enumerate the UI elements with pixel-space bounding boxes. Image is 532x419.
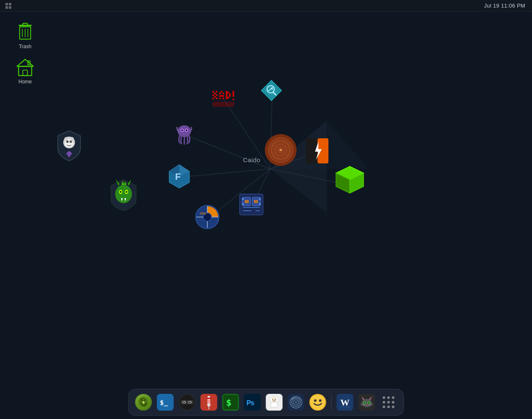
svg-rect-44 — [212, 94, 214, 96]
clock: Jul 19 11:06 PM — [484, 3, 525, 9]
svg-point-169 — [368, 402, 369, 404]
photoshop-icon: Ps — [244, 394, 261, 411]
svg-rect-3 — [9, 6, 11, 9]
svg-rect-53 — [222, 93, 224, 94]
svg-point-131 — [190, 401, 191, 402]
frida-icon[interactable]: F — [168, 165, 191, 188]
app-grid-icon — [380, 394, 397, 411]
svg-point-147 — [273, 399, 274, 400]
svg-point-183 — [392, 406, 395, 408]
svg-rect-46 — [214, 93, 216, 94]
svg-rect-1 — [9, 3, 11, 5]
dock-chef[interactable] — [264, 392, 284, 412]
svg-text:$_: $_ — [160, 398, 168, 406]
lion-shield-icon[interactable] — [54, 129, 84, 164]
svg-text:Ps: Ps — [247, 399, 255, 406]
terminal-icon: $_ — [157, 394, 174, 411]
svg-point-146 — [272, 397, 277, 402]
word-icon: W — [337, 394, 354, 411]
svg-point-168 — [364, 402, 365, 404]
dock-kiwix[interactable] — [134, 392, 154, 412]
dock-injector[interactable] — [199, 392, 219, 412]
dock-ninja[interactable] — [177, 392, 197, 412]
svg-rect-105 — [254, 200, 258, 203]
chef-icon — [266, 394, 283, 411]
svg-point-154 — [310, 395, 325, 410]
svg-rect-60 — [227, 97, 229, 98]
dock-separator — [331, 395, 332, 410]
svg-text:W: W — [341, 397, 350, 408]
svg-point-18 — [66, 140, 69, 143]
svg-point-73 — [181, 129, 183, 131]
svg-rect-45 — [212, 98, 214, 99]
svg-rect-104 — [245, 200, 249, 203]
svg-point-176 — [387, 396, 390, 399]
svg-rect-56 — [222, 98, 224, 99]
topbar-left — [5, 3, 12, 9]
touch-id-icon — [288, 394, 305, 411]
svg-point-74 — [186, 129, 187, 131]
grid-icon — [5, 3, 12, 9]
svg-text:$: $ — [226, 397, 232, 408]
svg-point-118 — [143, 403, 145, 405]
dock-cat[interactable] — [357, 392, 377, 412]
svg-point-182 — [387, 406, 390, 408]
octopus-icon[interactable] — [172, 121, 197, 146]
finance-terminal-icon: $ — [222, 394, 239, 411]
dock-smile[interactable] — [308, 392, 328, 412]
caido-main-icon[interactable] — [264, 133, 297, 167]
svg-point-181 — [383, 406, 385, 408]
svg-point-175 — [383, 396, 385, 399]
wheel-icon[interactable]: CPU — [195, 204, 220, 230]
svg-text:CPU: CPU — [200, 212, 206, 215]
svg-point-41 — [279, 149, 282, 151]
svg-point-117 — [145, 401, 147, 402]
dock-terminal[interactable]: $_ — [155, 392, 176, 412]
circuit-board-icon[interactable] — [239, 192, 264, 217]
svg-point-115 — [140, 401, 142, 402]
teal-diamond-icon[interactable] — [260, 79, 283, 102]
svg-rect-57 — [226, 91, 227, 99]
dock-photoshop[interactable]: Ps — [243, 392, 263, 412]
dock-finance-terminal[interactable]: $ — [221, 392, 241, 412]
svg-rect-47 — [214, 96, 216, 98]
svg-rect-54 — [219, 95, 224, 97]
svg-rect-55 — [219, 98, 221, 99]
green-dragon-icon[interactable] — [107, 177, 140, 215]
svg-point-148 — [275, 399, 276, 400]
svg-rect-145 — [271, 402, 278, 407]
svg-rect-52 — [221, 91, 222, 93]
svg-point-19 — [70, 140, 72, 143]
red-pixel-icon[interactable] — [212, 87, 235, 111]
svg-point-101 — [242, 203, 244, 205]
topbar: Jul 19 11:06 PM — [0, 0, 532, 12]
desktop-area: Caido — [0, 12, 532, 394]
svg-rect-136 — [207, 398, 211, 399]
svg-text:F: F — [175, 171, 181, 182]
svg-rect-49 — [216, 94, 217, 96]
green-cube-icon[interactable] — [331, 163, 369, 200]
svg-point-21 — [115, 185, 132, 203]
svg-point-155 — [314, 399, 317, 402]
svg-point-121 — [142, 401, 145, 403]
svg-point-153 — [295, 401, 297, 403]
svg-rect-43 — [212, 91, 214, 93]
svg-rect-137 — [208, 399, 210, 403]
svg-point-103 — [259, 203, 261, 205]
dock-app-grid[interactable] — [379, 392, 399, 412]
svg-line-31 — [179, 169, 270, 177]
svg-rect-61 — [232, 91, 234, 97]
svg-rect-63 — [212, 102, 234, 107]
dock: $_ — [128, 389, 404, 416]
dock-word[interactable]: W — [335, 392, 355, 412]
svg-rect-59 — [229, 93, 231, 97]
svg-point-156 — [319, 399, 322, 402]
injector-icon — [201, 394, 217, 411]
svg-point-178 — [383, 401, 385, 403]
dock-touch-id[interactable] — [286, 392, 306, 412]
caido-hub: Caido — [147, 66, 377, 267]
svg-rect-62 — [232, 98, 234, 100]
svg-point-177 — [392, 396, 395, 399]
svg-point-17 — [65, 139, 73, 147]
burp-suite-icon[interactable] — [306, 140, 328, 162]
